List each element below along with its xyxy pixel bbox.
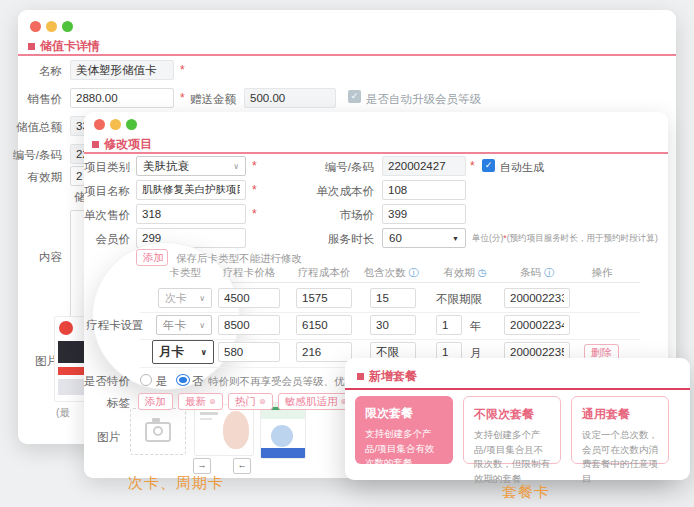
- package-card-limited-times[interactable]: 限次套餐 支持创建多个产品/项目集合有效次数的套餐: [355, 396, 453, 464]
- project-name-input[interactable]: [136, 180, 246, 200]
- thumbnail-art: [223, 411, 249, 449]
- category-select[interactable]: 美肤抗衰 ∨: [136, 156, 246, 176]
- member-price-input[interactable]: [136, 228, 246, 248]
- duration-note-desc: (预约项目服务时长，用于预约时段计算): [507, 233, 658, 243]
- chevron-down-icon: ∨: [199, 321, 205, 330]
- maximize-dot-icon[interactable]: [126, 119, 137, 130]
- camera-icon: [145, 422, 171, 442]
- code-input[interactable]: [382, 156, 466, 176]
- image-thumbnail[interactable]: [194, 404, 254, 456]
- row-divider: [140, 339, 640, 340]
- window-title-text: 储值卡详情: [40, 38, 100, 55]
- course-price-input[interactable]: [218, 342, 280, 362]
- course-cost-input[interactable]: [296, 315, 352, 335]
- barcode-input[interactable]: [504, 315, 570, 335]
- minimize-dot-icon[interactable]: [46, 21, 57, 32]
- tag-chip[interactable]: 最新⊗: [178, 393, 223, 410]
- add-tag-button[interactable]: 添加: [138, 393, 173, 410]
- market-price-label: 市场价: [306, 208, 374, 223]
- clock-icon: ◷: [478, 267, 487, 278]
- row-divider: [140, 312, 640, 313]
- thumbnail-art: [261, 448, 305, 458]
- package-card-unlimited-times[interactable]: 不限次套餐 支持创建多个产品/项目集合且不限次数，但限制有效期的套餐: [463, 396, 561, 464]
- remove-tag-icon[interactable]: ⊗: [209, 397, 216, 406]
- image-upload-box[interactable]: [130, 408, 186, 455]
- thumbnail-art: [271, 425, 293, 447]
- cost-price-input[interactable]: [382, 180, 466, 200]
- name-label: 名称: [18, 64, 62, 79]
- category-value: 美肤抗衰: [143, 159, 189, 174]
- tag-chip[interactable]: 热门⊗: [228, 393, 273, 410]
- duration-value: 60: [389, 232, 402, 244]
- caption-times-period-card: 次卡、周期卡: [128, 474, 224, 493]
- image-note: (最: [56, 406, 70, 420]
- title-divider: [345, 388, 690, 390]
- sale-price-input[interactable]: [70, 88, 174, 108]
- special-yes-radio[interactable]: [140, 374, 152, 386]
- card-type-value: 年卡: [163, 318, 186, 333]
- validity-label: 有效期: [18, 170, 62, 185]
- gift-amount-label: 赠送金额: [186, 92, 236, 107]
- add-card-type-button[interactable]: 添加: [136, 249, 168, 266]
- course-cost-input[interactable]: [296, 288, 352, 308]
- times-input[interactable]: [370, 315, 416, 335]
- package-card-title: 通用套餐: [582, 406, 658, 423]
- close-dot-icon[interactable]: [30, 21, 41, 32]
- validity-unit-text: 年: [470, 319, 482, 334]
- card-type-select[interactable]: 次卡 ∨: [158, 288, 212, 308]
- course-price-input[interactable]: [218, 288, 280, 308]
- info-icon: ⓘ: [408, 267, 418, 278]
- cost-price-label: 单次成本价: [306, 184, 374, 199]
- image-thumbnail[interactable]: [260, 402, 306, 459]
- table-header-divider: [140, 282, 640, 283]
- package-card-desc: 设定一个总次数，会员可在次数内消费套餐中的任意项目: [582, 428, 658, 487]
- gift-amount-input[interactable]: [244, 88, 336, 108]
- required-mark: *: [252, 183, 257, 197]
- auto-generate-label: 自动生成: [500, 160, 544, 175]
- remove-tag-icon[interactable]: ⊗: [259, 397, 266, 406]
- special-no-label: 否: [192, 374, 204, 389]
- course-price-input[interactable]: [218, 315, 280, 335]
- times-input[interactable]: [370, 288, 416, 308]
- card-type-select[interactable]: 月卡 ∨: [152, 340, 214, 364]
- info-icon: ⓘ: [544, 267, 554, 278]
- duration-select[interactable]: 60 ▼: [382, 228, 466, 248]
- barcode-input[interactable]: [504, 288, 570, 308]
- unit-price-input[interactable]: [136, 204, 246, 224]
- validity-number-input[interactable]: [436, 315, 462, 335]
- auto-generate-checkbox[interactable]: ✓: [482, 159, 495, 172]
- duration-label: 服务时长: [306, 232, 374, 247]
- title-square-icon: [92, 141, 99, 148]
- window-title: 储值卡详情: [28, 38, 100, 55]
- special-price-label: 是否特价: [84, 374, 130, 389]
- special-no-radio[interactable]: [176, 374, 190, 386]
- title-square-icon: [357, 373, 364, 380]
- col-header-times: 包含次数 ⓘ: [358, 266, 424, 280]
- image-label: 图片: [92, 430, 120, 445]
- minimize-dot-icon[interactable]: [110, 119, 121, 130]
- col-header-validity: 有效期 ◷: [434, 266, 496, 280]
- maximize-dot-icon[interactable]: [62, 21, 73, 32]
- total-amount-label: 储值总额: [12, 120, 62, 135]
- move-left-button[interactable]: ←: [233, 458, 251, 474]
- close-dot-icon[interactable]: [94, 119, 105, 130]
- name-input[interactable]: [70, 60, 174, 80]
- caption-package-card: 套餐卡: [502, 483, 550, 502]
- special-yes-label: 是: [156, 374, 168, 389]
- required-mark: *: [180, 63, 185, 77]
- window-title-text: 新增套餐: [369, 368, 417, 385]
- tag-chip[interactable]: 敏感肌适用⊗: [278, 393, 354, 410]
- course-cost-input[interactable]: [296, 342, 352, 362]
- unit-price-label: 单次售价: [84, 208, 130, 223]
- move-right-button[interactable]: →: [193, 458, 211, 474]
- window-controls: [94, 119, 137, 130]
- market-price-input[interactable]: [382, 204, 466, 224]
- title-square-icon: [28, 43, 35, 50]
- auto-upgrade-checkbox[interactable]: ✓: [348, 90, 361, 103]
- package-card-title: 限次套餐: [365, 405, 443, 422]
- col-header-action: 操作: [582, 266, 622, 280]
- card-type-select[interactable]: 年卡 ∨: [156, 315, 212, 335]
- tag-label: 热门: [235, 395, 256, 407]
- project-name-label: 项目名称: [84, 184, 130, 199]
- package-card-general[interactable]: 通用套餐 设定一个总次数，会员可在次数内消费套餐中的任意项目: [571, 396, 669, 464]
